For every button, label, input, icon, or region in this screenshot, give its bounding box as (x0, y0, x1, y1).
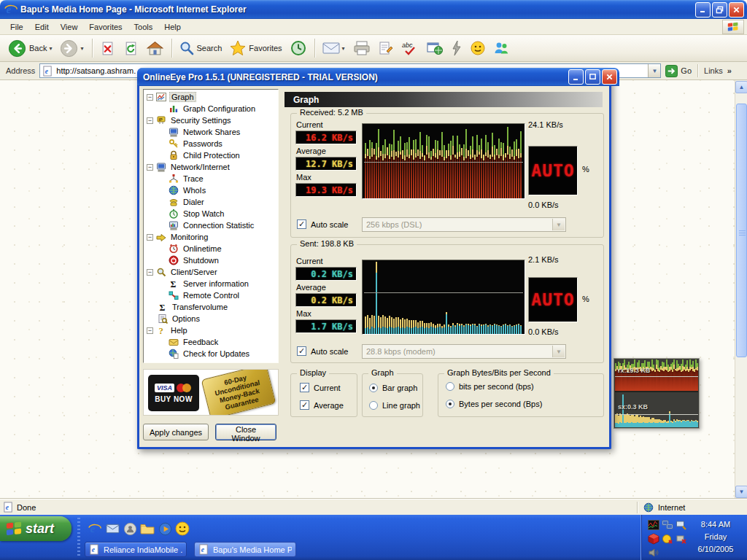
scroll-up-icon[interactable]: ▲ (735, 81, 747, 93)
tree-item-network-internet[interactable]: −Network/Internet (144, 161, 278, 173)
collapse-toggle[interactable]: − (147, 94, 153, 101)
apply-changes-button[interactable]: Apply changes (143, 424, 209, 440)
volume-icon[interactable] (647, 546, 660, 559)
home-button[interactable] (143, 39, 167, 58)
menu-favorites[interactable]: Favorites (83, 20, 128, 34)
links-chevron-icon[interactable]: » (727, 66, 732, 75)
tree-item-stop-watch[interactable]: Stop Watch (144, 208, 278, 219)
alert-icon[interactable] (661, 532, 674, 545)
tree-item-onlinetime[interactable]: Onlinetime (144, 243, 278, 254)
tree-item-monitoring[interactable]: −Monitoring (144, 231, 278, 243)
menu-file[interactable]: File (4, 20, 29, 34)
start-button[interactable]: start (0, 516, 71, 541)
dialog-close-button[interactable] (602, 69, 617, 85)
dialog-minimize-button[interactable] (568, 69, 584, 85)
dialog-titlebar[interactable]: OnlineEye Pro 1.5.1 (UNREGISTERED - TRIA… (137, 68, 619, 86)
display-average-checkbox[interactable]: ✓ (300, 400, 309, 410)
task-button[interactable]: eBapu's Media Home P... (194, 542, 296, 557)
traffic-widget[interactable]: rx:19.3 KB sx:0.3 KB (614, 358, 700, 429)
tree-item-connection-statistic[interactable]: Connection Statistic (144, 219, 278, 231)
lightning-button[interactable] (447, 38, 466, 58)
tree-item-security-settings[interactable]: −IPSecurity Settings (144, 114, 278, 126)
quicklaunch-yahoo-button[interactable] (174, 520, 191, 537)
tree-item-check-for-updates[interactable]: Check for Updates (144, 348, 278, 359)
tree-item-options[interactable]: Options (144, 313, 278, 324)
antivirus-icon[interactable] (647, 532, 660, 545)
tree-item-whois[interactable]: WhoIs (144, 184, 278, 196)
menu-tools[interactable]: Tools (128, 20, 159, 34)
tx-bandwidth-combo[interactable]: 28.8 kbps (modem) ▼ (362, 344, 566, 359)
bytes-radio[interactable] (446, 400, 454, 408)
menu-help[interactable]: Help (158, 20, 187, 34)
vertical-scrollbar[interactable]: ▲ ▼ (735, 80, 747, 499)
purchase-badges[interactable]: VISA BUY NOW 60-DayUnconditionalMoney-Ba… (143, 369, 279, 416)
stop-button[interactable] (96, 39, 119, 58)
tray-clock[interactable]: 8:44 AM Friday 6/10/2005 (690, 518, 741, 556)
tree-item-help[interactable]: −?Help (144, 324, 278, 336)
sync-icon[interactable] (675, 518, 688, 532)
quicklaunch-outlook-button[interactable] (104, 520, 121, 537)
task-button[interactable]: eReliance IndiaMobile ... (85, 542, 187, 557)
tx-autoscale-checkbox[interactable]: ✓ (297, 346, 306, 356)
quicklaunch-msn-button[interactable] (121, 520, 139, 537)
offline-icon[interactable] (675, 532, 688, 545)
dialog-maximize-button[interactable] (585, 69, 600, 85)
quicklaunch-ie-button[interactable]: e (86, 520, 104, 537)
tree-item-dialer[interactable]: Dialer (144, 196, 278, 208)
rx-autoscale-checkbox[interactable]: ✓ (297, 219, 306, 229)
go-button[interactable]: Go (665, 65, 692, 77)
tree-item-trace[interactable]: Trace (144, 173, 278, 184)
tree-item-network-shares[interactable]: Network Shares (144, 126, 278, 138)
rx-bandwidth-combo[interactable]: 256 kbps (DSL) ▼ (362, 217, 566, 232)
collapse-toggle[interactable]: − (147, 327, 153, 334)
tree-item-shutdown[interactable]: Shutdown (144, 254, 278, 266)
dropdown-arrow-icon[interactable]: ▾ (49, 45, 52, 52)
scroll-down-icon[interactable]: ▼ (735, 486, 747, 498)
tree-item-server-information[interactable]: ΣServer information (144, 278, 278, 289)
edit-button[interactable] (375, 39, 397, 58)
address-dropdown-icon[interactable]: ▼ (648, 64, 660, 77)
bps-radio[interactable] (446, 382, 454, 391)
minimize-button[interactable] (695, 2, 711, 18)
taskbar-grip[interactable] (77, 518, 80, 557)
line-graph-radio[interactable] (369, 401, 378, 410)
mail-button[interactable]: ▾ (319, 39, 349, 57)
quicklaunch-media-player-button[interactable] (156, 520, 174, 537)
tree-item-client-server[interactable]: −Client/Server (144, 266, 278, 278)
dropdown-arrow-icon[interactable]: ▾ (342, 45, 345, 52)
restore-button[interactable] (712, 2, 727, 18)
tree-item-transfervolume[interactable]: ΣTransfervolume (144, 301, 278, 313)
tree-item-feedback[interactable]: Feedback (144, 336, 278, 348)
yahoo-button[interactable] (467, 39, 489, 58)
tree-item-child-protection[interactable]: Child Protection (144, 149, 278, 161)
tree-item-passwords[interactable]: Passwords (144, 138, 278, 149)
spellcheck-button[interactable]: abc (398, 39, 422, 58)
collapse-toggle[interactable]: − (147, 234, 153, 241)
collapse-toggle[interactable]: − (147, 117, 153, 124)
menu-edit[interactable]: Edit (29, 20, 55, 34)
menu-view[interactable]: View (55, 20, 84, 34)
messenger-button[interactable] (489, 39, 513, 58)
history-button[interactable] (287, 38, 310, 58)
bar-graph-radio[interactable] (369, 384, 378, 392)
collapse-toggle[interactable]: − (147, 269, 153, 276)
discuss-button[interactable] (423, 39, 446, 58)
quicklaunch-folder-button[interactable] (139, 520, 156, 537)
close-button[interactable] (729, 2, 744, 18)
tree-item-remote-control[interactable]: Remote Control (144, 289, 278, 301)
tree-item-graph[interactable]: −Graph (144, 91, 278, 103)
network-icon[interactable] (661, 518, 674, 532)
scrollbar-thumb[interactable] (736, 104, 747, 357)
display-current-checkbox[interactable]: ✓ (300, 383, 309, 392)
back-button[interactable]: Back▾ (4, 37, 55, 60)
tree-item-graph-configuration[interactable]: Graph Configuration (144, 103, 278, 114)
dropdown-arrow-icon[interactable]: ▾ (80, 45, 83, 52)
favorites-button[interactable]: Favorites (226, 38, 285, 58)
buy-now-badge[interactable]: VISA BUY NOW (148, 375, 199, 411)
refresh-button[interactable] (120, 39, 142, 58)
close-window-button[interactable]: Close Window (215, 424, 276, 440)
traffic-monitor-icon[interactable] (647, 518, 660, 532)
print-button[interactable] (349, 39, 374, 58)
collapse-toggle[interactable]: − (147, 164, 153, 171)
search-button[interactable]: Search (176, 39, 226, 58)
